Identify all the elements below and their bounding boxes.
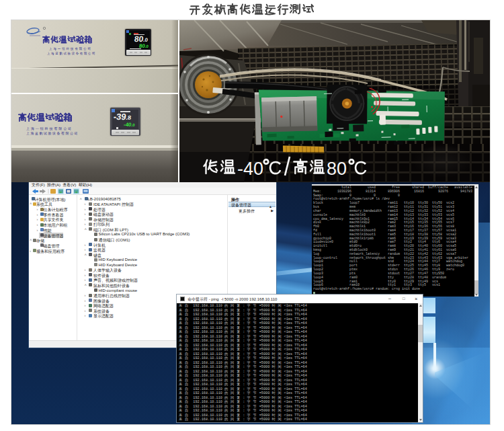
svg-text:80: 80 [327,159,347,179]
svg-text:-40: -40 [237,159,263,179]
